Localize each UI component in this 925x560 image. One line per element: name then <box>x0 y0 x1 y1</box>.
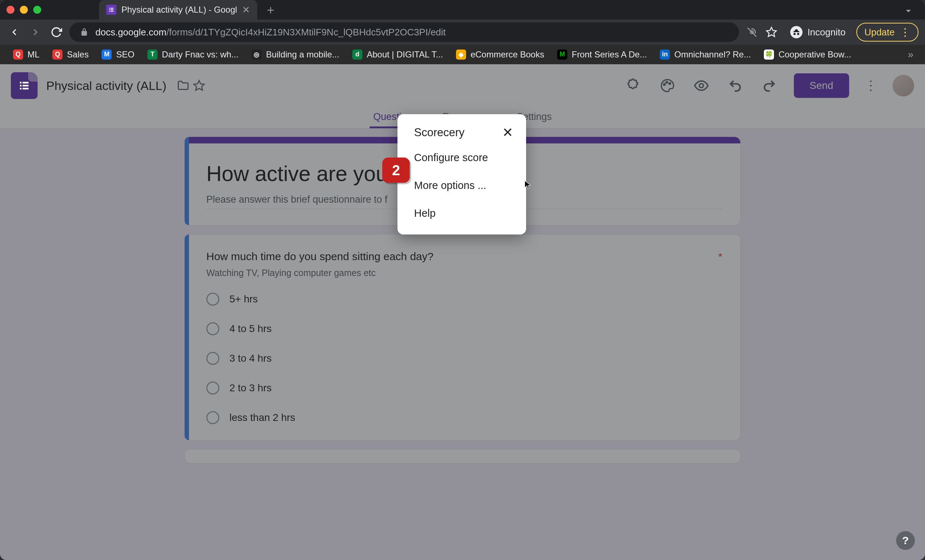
svg-rect-10 <box>20 85 22 87</box>
reload-button[interactable] <box>48 24 64 40</box>
bookmark-label: Front Series A De... <box>572 50 647 60</box>
bookmark-label: About | DIGITAL T... <box>367 50 443 60</box>
bookmark-item[interactable]: TDarty Fnac vs: wh... <box>142 47 244 63</box>
window-zoom-button[interactable] <box>33 6 41 14</box>
popup-item-more-options[interactable]: More options ... <box>398 172 526 199</box>
incognito-indicator[interactable]: Incognito <box>783 23 853 42</box>
address-bar[interactable]: docs.google.com/forms/d/1TYgZQicI4xHiZ19… <box>69 23 739 42</box>
window-controls <box>6 6 41 14</box>
bookmark-favicon-icon: 🍀 <box>764 50 774 60</box>
annotation-step-badge: 2 <box>382 158 410 183</box>
svg-rect-0 <box>109 8 110 9</box>
bookmark-favicon-icon: Q <box>13 50 23 60</box>
bookmark-label: ML <box>27 50 39 60</box>
popup-close-button[interactable]: ✕ <box>502 125 513 140</box>
tab-overflow-button[interactable] <box>902 5 914 17</box>
bookmark-label: Sales <box>67 50 89 60</box>
svg-rect-4 <box>109 11 110 12</box>
incognito-label: Incognito <box>807 27 846 38</box>
no-tracking-icon[interactable] <box>744 24 760 40</box>
svg-marker-7 <box>766 27 776 36</box>
update-button[interactable]: Update ⋮ <box>856 23 919 42</box>
browser-toolbar: docs.google.com/forms/d/1TYgZQicI4xHiZ19… <box>0 20 925 45</box>
bookmark-favicon-icon: ◎ <box>252 50 262 60</box>
browser-tab-strip: Physical activity (ALL) - Googl ✕ ＋ <box>0 0 925 20</box>
popup-title: Scorecery <box>414 126 465 139</box>
bookmark-label: Cooperative Bow... <box>778 50 851 60</box>
bookmark-label: Darty Fnac vs: wh... <box>162 50 238 60</box>
popup-item-help[interactable]: Help <box>398 199 526 227</box>
bookmark-item[interactable]: ◎Building a mobile... <box>246 47 344 63</box>
lock-icon <box>80 27 89 37</box>
svg-rect-12 <box>20 88 22 90</box>
bookmark-item[interactable]: QSales <box>47 47 93 63</box>
svg-rect-1 <box>111 8 113 9</box>
svg-rect-11 <box>23 85 29 87</box>
window-minimize-button[interactable] <box>20 6 28 14</box>
bookmark-item[interactable]: MFront Series A De... <box>552 47 652 63</box>
update-label: Update <box>864 27 895 38</box>
bookmarks-overflow-icon[interactable]: » <box>908 49 917 60</box>
svg-rect-8 <box>20 82 22 84</box>
svg-rect-5 <box>111 11 113 12</box>
bookmark-favicon-icon: M <box>557 50 567 60</box>
svg-rect-3 <box>111 9 113 10</box>
bookmark-favicon-icon: ◆ <box>456 50 466 60</box>
incognito-icon <box>790 26 803 38</box>
browser-tab-title: Physical activity (ALL) - Googl <box>121 5 237 15</box>
forward-button[interactable] <box>27 24 44 40</box>
bookmark-label: eCommerce Books <box>470 50 544 60</box>
bookmark-favicon-icon: T <box>148 50 158 60</box>
svg-rect-13 <box>23 88 29 90</box>
tab-close-icon[interactable]: ✕ <box>242 5 250 15</box>
svg-rect-2 <box>109 9 110 10</box>
mouse-cursor-icon <box>523 180 533 189</box>
bookmark-item[interactable]: 🍀Cooperative Bow... <box>759 47 856 63</box>
bookmark-favicon-icon: d <box>352 50 362 60</box>
scorecery-popup: Scorecery ✕ Configure score More options… <box>398 114 526 235</box>
new-tab-button[interactable]: ＋ <box>265 2 277 18</box>
bookmark-item[interactable]: dAbout | DIGITAL T... <box>347 47 448 63</box>
bookmark-favicon-icon: in <box>660 50 670 60</box>
help-fab[interactable]: ? <box>896 531 915 550</box>
forms-favicon-icon <box>106 5 116 15</box>
popup-item-configure-score[interactable]: Configure score <box>398 144 526 172</box>
back-button[interactable] <box>6 24 23 40</box>
bookmark-star-icon[interactable] <box>764 24 779 40</box>
svg-rect-9 <box>23 82 29 84</box>
bookmark-label: Building a mobile... <box>266 50 339 60</box>
url-text: docs.google.com/forms/d/1TYgZQicI4xHiZ19… <box>95 27 446 38</box>
bookmark-favicon-icon: M <box>101 50 111 60</box>
bookmark-label: Omnichannel? Re... <box>674 50 751 60</box>
bookmark-item[interactable]: inOmnichannel? Re... <box>655 47 756 63</box>
bookmark-favicon-icon: Q <box>53 50 63 60</box>
bookmarks-bar: QML QSales MSEO TDarty Fnac vs: wh... ◎B… <box>0 45 925 64</box>
bookmark-label: SEO <box>116 50 134 60</box>
bookmark-item[interactable]: QML <box>8 47 44 63</box>
bookmark-item[interactable]: MSEO <box>96 47 140 63</box>
browser-tab[interactable]: Physical activity (ALL) - Googl ✕ <box>99 0 257 20</box>
window-close-button[interactable] <box>6 6 14 14</box>
bookmark-item[interactable]: ◆eCommerce Books <box>451 47 549 63</box>
